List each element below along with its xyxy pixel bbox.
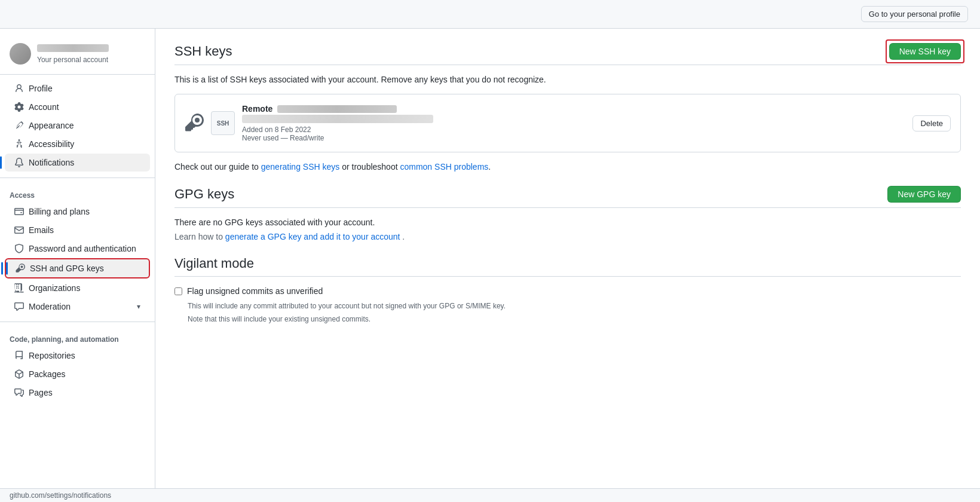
sidebar-personal-section: Profile Account Appearance xyxy=(0,79,155,172)
key-icon xyxy=(16,264,25,273)
sidebar-item-appearance[interactable]: Appearance xyxy=(5,117,150,134)
code-section-label: Code, planning, and automation xyxy=(0,328,155,346)
guide-link-1[interactable]: generating SSH keys xyxy=(261,162,340,172)
key-name-blurred xyxy=(277,105,397,113)
vigilant-checkbox-label[interactable]: Flag unsigned commits as unverified xyxy=(174,286,961,296)
key-added: Added on 8 Feb 2022 xyxy=(242,126,311,134)
vigilant-checkbox[interactable] xyxy=(174,287,182,295)
guide-link-2[interactable]: common SSH problems xyxy=(400,162,488,172)
gear-icon xyxy=(14,102,24,112)
key-meta: Added on 8 Feb 2022 Never used — Read/wr… xyxy=(242,126,912,142)
sidebar-item-label: Organizations xyxy=(29,283,80,293)
ssh-description: This is a list of SSH keys associated wi… xyxy=(174,75,961,84)
accessibility-icon xyxy=(14,139,24,149)
sidebar-subtitle: Your personal account xyxy=(37,56,108,64)
sidebar-item-label: Billing and plans xyxy=(29,207,90,216)
package-icon xyxy=(14,369,24,379)
vigilant-desc-1: This will include any commit attributed … xyxy=(188,301,961,311)
bell-icon xyxy=(14,158,24,167)
ssh-section-title: SSH keys xyxy=(174,44,232,59)
gpg-learn-link[interactable]: generate a GPG key and add it to your ac… xyxy=(225,232,400,241)
guide-text-middle: or troubleshoot xyxy=(339,162,400,172)
gpg-empty-text: There are no GPG keys associated with yo… xyxy=(174,218,961,227)
active-indicator xyxy=(6,262,8,275)
sidebar-item-label: Account xyxy=(29,102,59,112)
pages-icon xyxy=(14,388,24,397)
sidebar-item-packages[interactable]: Packages xyxy=(5,365,150,383)
sidebar-item-moderation[interactable]: Moderation ▾ xyxy=(5,298,150,316)
envelope-icon xyxy=(14,225,24,235)
main-content: SSH keys New SSH key This is a list of S… xyxy=(155,29,980,488)
new-ssh-key-button[interactable]: New SSH key xyxy=(889,43,961,60)
vigilant-title: Vigilant mode xyxy=(174,256,961,271)
sidebar-item-label: Appearance xyxy=(29,121,74,130)
person-icon xyxy=(14,84,24,93)
gpg-section-divider xyxy=(174,207,961,208)
sidebar-item-label: Packages xyxy=(29,369,65,379)
sidebar-item-accessibility[interactable]: Accessibility xyxy=(5,135,150,153)
status-bar: github.com/settings/notifications xyxy=(0,488,980,502)
sidebar-item-ssh-gpg[interactable]: SSH and GPG keys xyxy=(5,258,150,278)
vigilant-divider xyxy=(174,276,961,277)
sidebar-item-emails[interactable]: Emails xyxy=(5,221,150,239)
username-blurred xyxy=(37,44,109,52)
paintbrush-icon xyxy=(14,121,24,130)
sidebar-user: Your personal account xyxy=(0,38,155,75)
key-usage: Never used — Read/write xyxy=(242,134,324,142)
sidebar-item-label: Pages xyxy=(29,388,53,397)
ssh-badge: SSH xyxy=(211,111,235,135)
ssh-section-divider xyxy=(174,65,961,65)
avatar-image xyxy=(10,43,31,65)
access-section-label: Access xyxy=(0,184,155,202)
sidebar-item-repositories[interactable]: Repositories xyxy=(5,347,150,365)
new-ssh-button-wrapper: New SSH key xyxy=(889,43,961,60)
sidebar-divider-2 xyxy=(0,322,155,322)
sidebar-user-info: Your personal account xyxy=(37,44,109,64)
sidebar-item-label: Profile xyxy=(29,84,53,93)
key-info: Remote Added on 8 Feb 2022 Never used — … xyxy=(242,104,912,142)
sidebar-item-password[interactable]: Password and authentication xyxy=(5,240,150,258)
sidebar-item-pages[interactable]: Pages xyxy=(5,384,150,402)
sidebar: Your personal account Profile Account xyxy=(0,29,155,488)
ssh-guide-text: Check out our guide to generating SSH ke… xyxy=(174,162,961,172)
avatar xyxy=(10,43,31,65)
sidebar-divider-1 xyxy=(0,177,155,178)
vigilant-desc-2: Note that this will include your existin… xyxy=(188,314,961,325)
ssh-badge-label: SSH xyxy=(217,120,229,127)
sidebar-item-label: Notifications xyxy=(29,158,74,167)
ssh-section-header: SSH keys New SSH key xyxy=(174,43,961,60)
key-icon-card xyxy=(185,114,204,133)
gpg-learn-text: Learn how to generate a GPG key and add … xyxy=(174,232,961,241)
status-url: github.com/settings/notifications xyxy=(10,491,111,500)
gpg-section-header: GPG keys New GPG key xyxy=(174,186,961,203)
guide-text-end: . xyxy=(488,162,491,172)
org-icon xyxy=(14,283,24,293)
repo-icon xyxy=(14,351,24,360)
new-gpg-key-button[interactable]: New GPG key xyxy=(887,186,961,203)
sidebar-item-account[interactable]: Account xyxy=(5,98,150,116)
sidebar-item-organizations[interactable]: Organizations xyxy=(5,279,150,297)
go-to-profile-button[interactable]: Go to your personal profile xyxy=(861,6,968,22)
sidebar-item-label: Password and authentication xyxy=(29,244,136,253)
guide-text-before: Check out our guide to xyxy=(174,162,261,172)
vigilant-section: Vigilant mode Flag unsigned commits as u… xyxy=(174,256,961,325)
sidebar-item-billing[interactable]: Billing and plans xyxy=(5,203,150,221)
sidebar-item-label: SSH and GPG keys xyxy=(30,264,104,273)
sidebar-item-label: Emails xyxy=(29,225,54,235)
sidebar-item-label: Repositories xyxy=(29,351,75,360)
top-bar: Go to your personal profile xyxy=(0,0,980,29)
key-name-text: Remote xyxy=(242,104,272,114)
sidebar-item-label: Accessibility xyxy=(29,139,74,149)
gpg-learn-before: Learn how to xyxy=(174,232,225,241)
comment-icon xyxy=(14,302,24,311)
gpg-learn-end: . xyxy=(400,232,405,241)
sidebar-item-profile[interactable]: Profile xyxy=(5,79,150,97)
delete-key-button[interactable]: Delete xyxy=(912,115,951,131)
sidebar-item-notifications[interactable]: Notifications xyxy=(5,154,150,172)
gpg-section-title: GPG keys xyxy=(174,186,234,202)
vigilant-checkbox-text: Flag unsigned commits as unverified xyxy=(187,286,323,296)
credit-card-icon xyxy=(14,207,24,216)
key-fingerprint xyxy=(242,115,433,123)
ssh-key-card: SSH Remote Added on 8 Feb 2022 Never use… xyxy=(174,94,961,152)
chevron-down-icon: ▾ xyxy=(137,302,140,311)
